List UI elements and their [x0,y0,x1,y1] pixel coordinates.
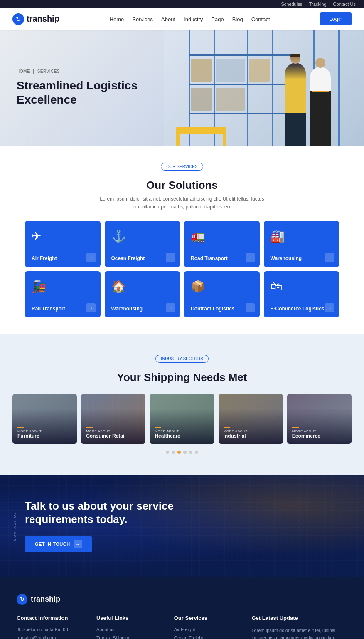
retail-name: Consumer Retail [86,433,125,439]
industry-industrial[interactable]: MORE ABOUT Industrial [219,394,283,444]
solution-warehousing-2[interactable]: 🏠 Warehousing → [105,271,180,317]
footer-email[interactable]: tranship@mail.com [17,635,84,639]
nav-services[interactable]: Services [132,15,153,23]
ecomm-name: Ecommerce [292,433,320,439]
solution-rail-transport[interactable]: 🚂 Rail Transport → [25,271,101,317]
dot-5[interactable] [189,451,192,454]
warehousing-2-label: Warehousing [111,306,174,312]
schedules-link[interactable]: Schedules [281,2,302,7]
industry-furniture[interactable]: MORE ABOUT Furniture [12,394,77,444]
warehousing-icon: 🏭 [271,229,333,243]
solution-contract-logistics[interactable]: 📦 Contract Logistics → [184,271,260,317]
solutions-header: OUR SERVICES Our Solutions Lorem ipsum d… [25,163,339,211]
dot-1[interactable] [166,451,169,454]
nav-list: Home Services About Industry Page Blog C… [110,15,270,23]
footer-newsletter-desc: Lorem ipsum dolor sit amet elit tel, lus… [251,627,347,639]
ecomm-content: MORE ABOUT Ecommerce [292,427,320,439]
footer-link-track[interactable]: Track a Shipping [96,635,162,639]
industry-healthcare[interactable]: MORE ABOUT Healthcare [150,394,214,444]
furniture-content: MORE ABOUT Furniture [17,427,42,439]
header: ↻ tranship Home Services About Industry … [0,8,364,30]
logo-icon: ↻ [12,13,24,25]
solution-warehousing[interactable]: 🏭 Warehousing → [264,221,339,267]
footer-logo-text: tranship [31,595,60,604]
industrial-content: MORE ABOUT Industrial [224,427,248,439]
nav-home[interactable]: Home [110,15,124,23]
footer: ↻ tranship Contact Information Jl. Soeka… [0,577,364,639]
warehousing-arrow[interactable]: → [325,253,334,262]
industry-title: Your Shipping Needs Met [12,371,352,384]
contract-logistics-icon: 📦 [191,280,253,293]
footer-grid: Contact Information Jl. Soekarno hatta K… [17,615,347,639]
logo-text: tranship [27,14,59,24]
dot-4[interactable] [183,451,187,454]
dot-2[interactable] [172,451,175,454]
logo[interactable]: ↻ tranship [12,13,59,25]
air-freight-arrow[interactable]: → [86,253,96,262]
warehousing-label: Warehousing [271,255,333,261]
ecommerce-logistics-label: E-Commerce Logistics [271,306,333,312]
industry-ecommerce[interactable]: MORE ABOUT Ecommerce [287,394,352,444]
footer-logo: ↻ tranship [17,594,347,605]
footer-services-title: Our Services [174,615,239,621]
get-in-touch-label: GET IN TOUCH [35,542,70,547]
contact-link[interactable]: Contact Us [333,2,356,7]
footer-address: Jl. Soekarno hatta Km 03 [17,627,84,632]
tracking-link[interactable]: Tracking [309,2,327,7]
footer-newsletter-col: Get Latest Update Lorem ipsum dolor sit … [251,615,347,639]
air-freight-icon: ✈ [32,229,94,243]
warehousing-2-arrow[interactable]: → [166,303,175,312]
furniture-more: MORE ABOUT [17,427,42,433]
industrial-more: MORE ABOUT [224,427,248,433]
road-transport-label: Road Transport [191,255,253,261]
ocean-freight-label: Ocean Freight [111,255,174,261]
nav-blog[interactable]: Blog [232,15,243,23]
solution-ecommerce-logistics[interactable]: 🛍 E-Commerce Logistics → [264,271,339,317]
dot-6[interactable] [195,451,198,454]
footer-logo-icon: ↻ [17,594,27,605]
rail-transport-label: Rail Transport [32,306,94,312]
cta-side-label: CONTACT US [13,511,17,541]
footer-newsletter-title: Get Latest Update [251,615,347,621]
health-content: MORE ABOUT Healthcare [155,427,180,439]
footer-links-title: Useful Links [96,615,162,621]
nav-page[interactable]: Page [211,15,224,23]
footer-service-ocean[interactable]: Ocean Freight [174,635,239,639]
ecomm-more: MORE ABOUT [292,427,320,433]
dot-3[interactable] [177,451,181,454]
rail-transport-icon: 🚂 [32,280,94,293]
hero-illustration [164,30,364,146]
contract-logistics-label: Contract Logistics [191,306,253,312]
road-transport-arrow[interactable]: → [246,253,255,262]
retail-more: MORE ABOUT [86,427,125,433]
air-freight-label: Air Freight [32,255,94,261]
solution-road-transport[interactable]: 🚛 Road Transport → [184,221,260,267]
solution-ocean-freight[interactable]: ⚓ Ocean Freight → [105,221,180,267]
cta-section: CONTACT US Talk to us about your service… [0,475,364,577]
main-nav: Home Services About Industry Page Blog C… [110,15,270,23]
solutions-grid: ✈ Air Freight → ⚓ Ocean Freight → 🚛 Road… [25,221,339,317]
carousel-dots [12,451,352,454]
footer-service-air[interactable]: Air Freight [174,627,239,632]
footer-services-col: Our Services Air Freight Ocean Freight R… [174,615,239,639]
solution-air-freight[interactable]: ✈ Air Freight → [25,221,101,267]
footer-link-about[interactable]: About us [96,627,162,632]
ecommerce-logistics-arrow[interactable]: → [325,303,334,312]
get-in-touch-button[interactable]: GET IN TOUCH → [25,536,92,552]
health-name: Healthcare [155,433,180,439]
ecommerce-logistics-icon: 🛍 [271,280,333,293]
nav-contact[interactable]: Contact [251,15,270,23]
retail-content: MORE ABOUT Consumer Retail [86,427,125,439]
nav-industry[interactable]: Industry [184,15,203,23]
contract-logistics-arrow[interactable]: → [246,303,255,312]
industry-section: INDUSTRY SECTORS Your Shipping Needs Met… [0,334,364,475]
nav-about[interactable]: About [161,15,175,23]
road-transport-icon: 🚛 [191,229,253,243]
rail-transport-arrow[interactable]: → [86,303,96,312]
ocean-freight-arrow[interactable]: → [166,253,175,262]
top-bar: Schedules Tracking Contact Us [0,0,364,8]
login-button[interactable]: Login [320,12,352,25]
industry-consumer-retail[interactable]: MORE ABOUT Consumer Retail [81,394,145,444]
solutions-section: OUR SERVICES Our Solutions Lorem ipsum d… [0,146,364,334]
industrial-name: Industrial [224,433,248,439]
